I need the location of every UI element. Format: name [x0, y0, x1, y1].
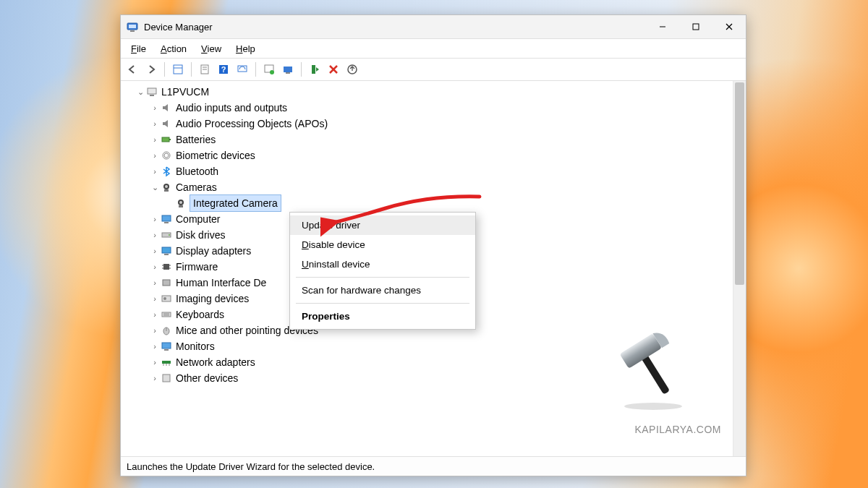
expand-icon[interactable]: ›	[150, 100, 160, 116]
maximize-button[interactable]	[679, 15, 712, 38]
expand-icon[interactable]: ›	[150, 243, 160, 259]
menu-help[interactable]: Help	[230, 42, 261, 56]
tree-label: Batteries	[176, 132, 216, 147]
ctx-scan-hardware[interactable]: Scan for hardware changes	[290, 281, 475, 300]
expand-icon[interactable]: ›	[150, 354, 160, 370]
window-title: Device Manager	[144, 22, 646, 33]
collapse-icon[interactable]: ⌄	[150, 179, 160, 195]
svg-point-28	[164, 153, 169, 158]
svg-point-33	[179, 201, 182, 204]
tree-item-biometric[interactable]: ›Biometric devices	[124, 147, 733, 163]
svg-rect-62	[620, 333, 663, 369]
expand-icon[interactable]: ›	[150, 259, 160, 275]
expand-icon[interactable]: ›	[150, 147, 160, 163]
ctx-disable-device[interactable]: Disable device	[290, 235, 475, 254]
expand-icon[interactable]: ›	[150, 338, 160, 354]
watermark-hammer-icon	[603, 318, 697, 412]
close-button[interactable]	[712, 15, 746, 38]
expand-icon[interactable]: ›	[150, 132, 160, 147]
tree-label: Biometric devices	[176, 147, 255, 163]
menu-action[interactable]: Action	[155, 42, 192, 56]
tree-item-audio-io[interactable]: ›Audio inputs and outputs	[124, 100, 733, 116]
display-adapter-icon	[160, 244, 173, 257]
back-btn[interactable]	[124, 61, 141, 78]
keyboard-icon	[160, 308, 173, 321]
svg-rect-40	[164, 254, 169, 255]
bluetooth-icon	[160, 165, 173, 178]
monitor-icon	[160, 213, 173, 226]
help-btn[interactable]: ?	[215, 61, 232, 78]
tree-item-cameras[interactable]: ⌄Cameras	[124, 179, 733, 195]
svg-rect-24	[150, 95, 154, 96]
tree-item-apos[interactable]: ›Audio Processing Objects (APOs)	[124, 116, 733, 132]
battery-icon	[160, 133, 173, 146]
menubar: File Action View Help	[121, 39, 746, 59]
svg-rect-7	[174, 65, 182, 74]
expand-icon[interactable]: ›	[150, 227, 160, 243]
expand-icon[interactable]: ›	[150, 211, 160, 227]
tree-label: Audio Processing Objects (APOs)	[176, 116, 328, 132]
titlebar: Device Manager	[121, 15, 746, 39]
toolbar: ?	[121, 59, 746, 81]
chip-icon	[160, 260, 173, 273]
svg-rect-19	[312, 65, 315, 74]
scrollbar-thumb[interactable]	[735, 82, 744, 285]
svg-rect-60	[163, 374, 170, 382]
svg-rect-34	[179, 205, 183, 207]
mouse-icon	[160, 324, 173, 337]
tree-label: Disk drives	[176, 227, 225, 243]
expand-icon[interactable]: ›	[150, 370, 160, 386]
svg-rect-61	[641, 354, 670, 395]
update-driver-btn[interactable]	[260, 61, 278, 78]
tree-label: Cameras	[176, 179, 217, 195]
svg-rect-1	[129, 25, 136, 28]
svg-rect-4	[693, 24, 699, 30]
svg-rect-35	[162, 215, 171, 221]
speaker-icon	[160, 117, 173, 130]
expand-icon[interactable]: ›	[150, 291, 160, 307]
uninstall-btn[interactable]	[279, 61, 297, 78]
svg-rect-39	[162, 247, 171, 253]
expand-icon[interactable]: ›	[150, 116, 160, 132]
svg-rect-2	[130, 30, 135, 32]
toolbar-separator	[255, 62, 256, 77]
expand-icon[interactable]: ›	[150, 275, 160, 291]
speaker-icon	[160, 101, 173, 114]
status-bar: Launches the Update Driver Wizard for th…	[121, 456, 746, 476]
expand-icon[interactable]: ›	[150, 322, 160, 338]
show-hide-console-btn[interactable]	[169, 61, 187, 78]
svg-rect-17	[284, 67, 292, 72]
forward-btn[interactable]	[142, 61, 160, 78]
tree-root[interactable]: ⌄L1PVUCM	[124, 84, 733, 100]
minimize-button[interactable]	[646, 15, 679, 38]
scan-hardware-btn[interactable]	[234, 61, 251, 78]
disk-icon	[160, 228, 173, 241]
expand-icon[interactable]: ›	[150, 163, 160, 179]
tree-item-batteries[interactable]: ›Batteries	[124, 132, 733, 147]
collapse-icon[interactable]: ⌄	[135, 84, 145, 100]
vertical-scrollbar[interactable]	[733, 81, 746, 456]
tree-item-bluetooth[interactable]: ›Bluetooth	[124, 163, 733, 179]
svg-rect-18	[286, 72, 290, 74]
ctx-properties[interactable]: Properties	[290, 307, 475, 326]
disable-btn[interactable]	[325, 61, 342, 78]
svg-point-63	[624, 403, 682, 410]
ctx-uninstall-device[interactable]: Uninstall device	[290, 254, 475, 274]
expand-icon[interactable]: ›	[150, 307, 160, 322]
ctx-separator	[296, 277, 469, 278]
svg-rect-41	[163, 264, 169, 270]
enable-btn[interactable]	[306, 61, 323, 78]
tree-label-selected: Integrated Camera	[190, 195, 281, 211]
network-icon	[160, 356, 173, 369]
menu-file[interactable]: File	[125, 42, 152, 56]
properties-btn[interactable]	[196, 61, 213, 78]
menu-view[interactable]: View	[195, 42, 227, 56]
other-icon	[160, 372, 173, 385]
tree-item-integrated-camera[interactable]: Integrated Camera	[124, 195, 733, 211]
ctx-update-driver[interactable]: Update driver	[290, 215, 475, 235]
watermark-text: KAPILARYA.COM	[634, 424, 721, 435]
disable-device-btn[interactable]	[344, 61, 361, 78]
svg-point-38	[169, 234, 170, 236]
tree-label: Bluetooth	[176, 163, 218, 179]
computer-icon	[145, 85, 158, 98]
